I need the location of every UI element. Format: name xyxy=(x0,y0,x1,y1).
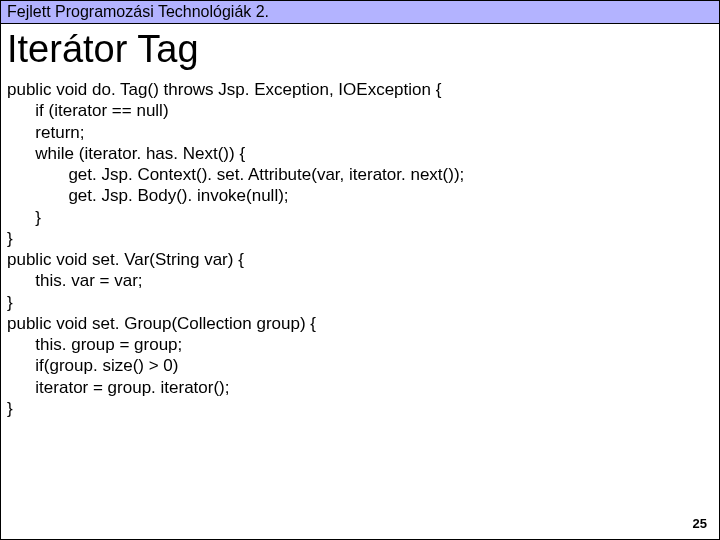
code-line: get. Jsp. Body(). invoke(null); xyxy=(7,186,289,205)
header-text: Fejlett Programozási Technológiák 2. xyxy=(7,3,269,20)
code-block: public void do. Tag() throws Jsp. Except… xyxy=(7,79,719,419)
code-line: this. var = var; xyxy=(7,271,143,290)
code-line: } xyxy=(7,399,13,418)
slide: Fejlett Programozási Technológiák 2. Ite… xyxy=(0,0,720,540)
code-line: this. group = group; xyxy=(7,335,182,354)
code-line: public void do. Tag() throws Jsp. Except… xyxy=(7,80,441,99)
code-line: public void set. Var(String var) { xyxy=(7,250,244,269)
header-bar: Fejlett Programozási Technológiák 2. xyxy=(1,1,719,24)
page-number: 25 xyxy=(693,516,707,531)
code-line: } xyxy=(7,208,41,227)
code-line: } xyxy=(7,293,13,312)
code-line: get. Jsp. Context(). set. Attribute(var,… xyxy=(7,165,464,184)
code-line: if(group. size() > 0) xyxy=(7,356,178,375)
code-line: } xyxy=(7,229,13,248)
code-line: return; xyxy=(7,123,84,142)
code-line: while (iterator. has. Next()) { xyxy=(7,144,245,163)
code-line: iterator = group. iterator(); xyxy=(7,378,230,397)
code-line: if (iterator == null) xyxy=(7,101,169,120)
slide-title: Iterátor Tag xyxy=(7,28,719,71)
code-line: public void set. Group(Collection group)… xyxy=(7,314,316,333)
